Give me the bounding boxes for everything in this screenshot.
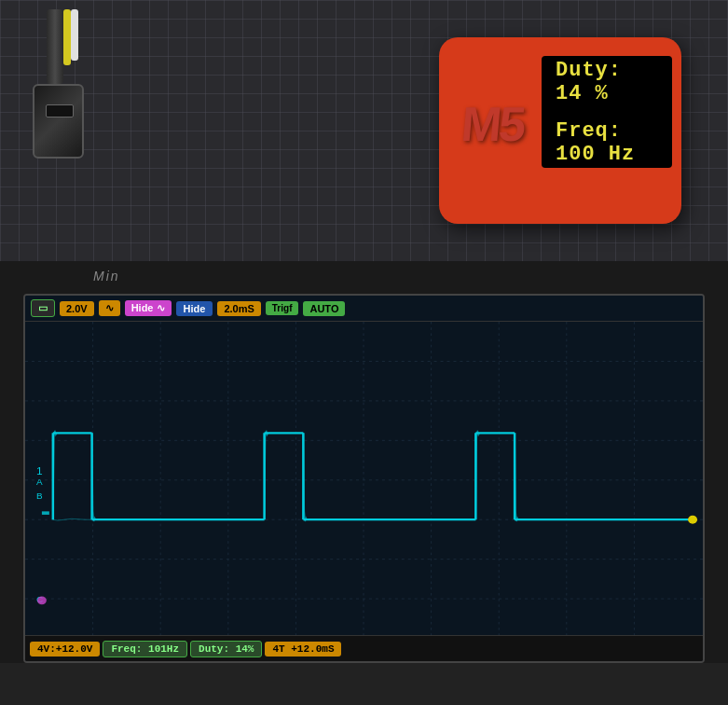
oscilloscope-section: Min ▭ 2.0V ∿ Hide ∿ Hide 2.0mS Trigf AUT… <box>0 261 728 705</box>
osc-toolbar: ▭ 2.0V ∿ Hide ∿ Hide 2.0mS Trigf AUTO <box>25 296 703 322</box>
trigger-btn[interactable]: Trigf <box>266 301 299 315</box>
top-section: M5 Duty: 14 % Freq: 100 Hz <box>0 0 728 261</box>
svg-rect-34 <box>42 511 49 515</box>
hide-ch3-btn[interactable]: Hide <box>176 301 213 316</box>
status-duty: Duty: 14% <box>190 641 262 657</box>
svg-text:1: 1 <box>36 465 43 476</box>
svg-point-35 <box>37 596 47 604</box>
waveform-svg: 1 A B C <box>25 322 703 635</box>
status-voltage: 4V:+12.0V <box>30 642 100 657</box>
auto-btn[interactable]: AUTO <box>303 301 345 316</box>
voltage-scale-btn[interactable]: 2.0V <box>60 301 94 316</box>
m5-logo-text: M5 <box>460 96 526 152</box>
usb-port <box>46 104 74 118</box>
cable-wire-white <box>71 9 78 61</box>
duty-display: Duty: 14 % <box>556 59 658 105</box>
cable-area <box>0 0 205 261</box>
status-time: 4T +12.0mS <box>265 642 341 657</box>
time-scale-btn[interactable]: 2.0mS <box>217 301 260 316</box>
wave-ch1-btn[interactable]: ∿ <box>99 300 120 316</box>
osc-statusbar: 4V:+12.0V Freq: 101Hz Duty: 14% 4T +12.0… <box>25 635 703 661</box>
freq-display: Freq: 100 Hz <box>556 119 658 166</box>
m5stack-device: M5 Duty: 14 % Freq: 100 Hz <box>439 37 681 224</box>
usb-cable <box>28 9 121 177</box>
osc-grid-area: 1 A B C <box>25 322 703 635</box>
cable-wire-yellow <box>63 9 71 65</box>
m5stack-logo: M5 <box>458 93 528 154</box>
hide-ch2-btn[interactable]: Hide ∿ <box>125 300 172 316</box>
m5stack-screen: Duty: 14 % Freq: 100 Hz <box>542 56 672 168</box>
cable-body <box>47 9 63 84</box>
oscilloscope-display: ▭ 2.0V ∿ Hide ∿ Hide 2.0mS Trigf AUTO <box>23 294 705 663</box>
device-bottom-bar <box>0 663 728 705</box>
usb-connector <box>33 84 84 159</box>
svg-text:A: A <box>36 477 43 487</box>
svg-text:B: B <box>36 491 43 501</box>
brand-label: Min <box>93 269 120 283</box>
status-freq: Freq: 101Hz <box>103 641 187 657</box>
battery-indicator: ▭ <box>31 299 55 317</box>
svg-point-33 <box>688 516 697 524</box>
